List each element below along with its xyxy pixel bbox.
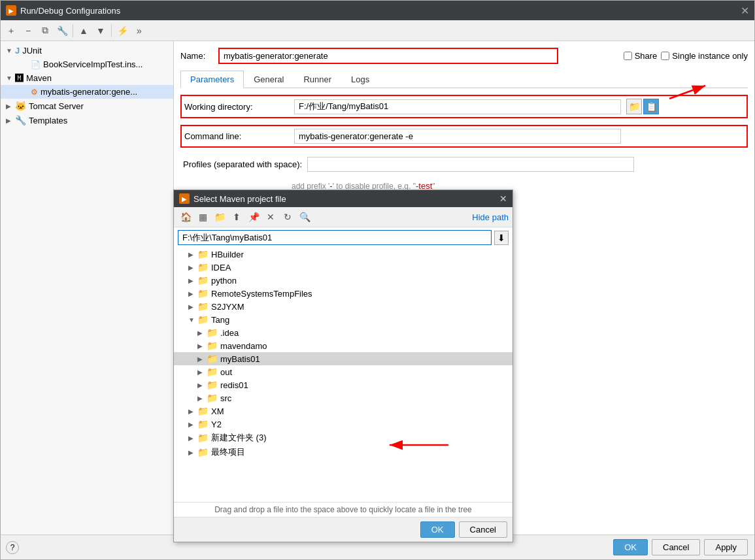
tree-arrow-dotidea: ▶ xyxy=(197,329,207,337)
single-instance-checkbox-label[interactable]: Single instance only xyxy=(661,51,748,61)
tree-item-idea[interactable]: ▶ 📁 IDEA xyxy=(174,261,512,274)
tree-item-out[interactable]: ▶ 📁 out xyxy=(174,365,512,378)
expand-arrow-tomcat: ▶ xyxy=(6,103,14,110)
tab-logs[interactable]: Logs xyxy=(341,71,379,88)
name-label: Name: xyxy=(180,51,213,61)
tree-item-tang[interactable]: ▼ 📁 Tang xyxy=(174,313,512,326)
sidebar-label-bookservice: BookServiceImplTest.ins... xyxy=(43,59,143,69)
tree-arrow-remote: ▶ xyxy=(188,290,197,297)
share-label: Share xyxy=(635,51,658,61)
search-button[interactable]: 🔍 xyxy=(297,210,312,224)
dialog-buttons: OK Cancel xyxy=(174,517,512,542)
tree-label-dotidea: .idea xyxy=(220,328,239,338)
title-bar-left: ▶ Run/Debug Configurations xyxy=(6,5,120,16)
sidebar-label-tomcat: Tomcat Server xyxy=(29,101,84,111)
expand-arrow-templates: ▶ xyxy=(6,117,14,124)
select-maven-dialog: ▶ Select Maven project file ✕ 🏠 ▦ 📁 ⬆ 📌 … xyxy=(173,189,513,542)
sidebar-item-mybatis[interactable]: ⚙ mybatis-generator:gene... xyxy=(1,85,173,99)
tree-label-s2jyxm: S2JYXM xyxy=(211,302,244,312)
working-directory-input[interactable] xyxy=(294,99,621,114)
hide-path-button[interactable]: Hide path xyxy=(472,212,509,222)
ok-button[interactable]: OK xyxy=(613,539,648,555)
tree-arrow-tang: ▼ xyxy=(188,316,197,323)
dialog-cancel-button[interactable]: Cancel xyxy=(459,521,507,538)
cancel-button[interactable]: Cancel xyxy=(652,539,700,555)
more-button[interactable]: » xyxy=(131,23,147,39)
tree-label-hbuilder: HBuilder xyxy=(211,250,244,259)
command-line-input[interactable] xyxy=(294,129,621,144)
tree-item-newfolder[interactable]: ▶ 📁 新建文件夹 (3) xyxy=(174,431,512,445)
list-view-button[interactable]: ▦ xyxy=(195,210,210,224)
tree-item-mybatis01[interactable]: ▶ 📁 myBatis01 xyxy=(174,352,512,365)
name-input[interactable] xyxy=(218,48,558,64)
tree-label-src: src xyxy=(220,393,231,403)
profiles-row: Profiles (separated with space): xyxy=(180,154,748,174)
pin-button[interactable]: 📌 xyxy=(246,210,261,224)
tree-arrow-idea: ▶ xyxy=(188,264,197,271)
delete-button[interactable]: ✕ xyxy=(263,210,278,224)
dialog-tree[interactable]: ▶ 📁 HBuilder ▶ 📁 IDEA ▶ 📁 python ▶ 📁 Rem… xyxy=(174,248,512,502)
tree-label-y2: Y2 xyxy=(211,420,222,429)
refresh-button[interactable]: ↻ xyxy=(280,210,295,224)
folder-icon-idea: 📁 xyxy=(197,262,209,272)
new-folder-button[interactable]: 📁 xyxy=(212,210,227,224)
profiles-input[interactable] xyxy=(307,157,634,172)
tree-label-remote: RemoteSystemsTempFiles xyxy=(211,289,312,299)
folder-icon-dotidea: 📁 xyxy=(207,327,218,338)
tree-item-mavendamo[interactable]: ▶ 📁 mavendamo xyxy=(174,339,512,352)
remove-button[interactable]: − xyxy=(20,23,36,39)
sort-button[interactable]: ⚡ xyxy=(114,23,130,39)
folder-icon-s2jyxm: 📁 xyxy=(197,301,209,312)
move-down-button[interactable]: ▼ xyxy=(93,23,109,39)
folder-icon-tang: 📁 xyxy=(197,314,209,325)
tree-arrow-mybatis01: ▶ xyxy=(197,355,207,363)
sidebar-item-tomcat[interactable]: ▶ 🐱 Tomcat Server xyxy=(1,99,173,113)
tree-label-out: out xyxy=(220,367,232,377)
sidebar-item-junit[interactable]: ▼ J JUnit xyxy=(1,44,173,58)
settings-button[interactable]: 🔧 xyxy=(54,23,70,39)
share-checkbox[interactable] xyxy=(624,52,632,60)
tree-item-dotidea[interactable]: ▶ 📁 .idea xyxy=(174,326,512,339)
tree-item-hbuilder[interactable]: ▶ 📁 HBuilder xyxy=(174,248,512,261)
dialog-path-input[interactable] xyxy=(178,230,492,245)
browse-folder-btn[interactable]: 📁 xyxy=(626,99,642,114)
single-instance-checkbox[interactable] xyxy=(661,52,669,60)
move-up-button[interactable]: ▲ xyxy=(76,23,92,39)
add-button[interactable]: + xyxy=(3,23,19,39)
tree-item-y2[interactable]: ▶ 📁 Y2 xyxy=(174,418,512,431)
tree-item-remote[interactable]: ▶ 📁 RemoteSystemsTempFiles xyxy=(174,287,512,300)
tab-runner[interactable]: Runner xyxy=(294,71,341,88)
apply-button[interactable]: Apply xyxy=(704,539,748,555)
sidebar-item-bookservice[interactable]: 📄 BookServiceImplTest.ins... xyxy=(1,58,173,71)
window-title: Run/Debug Configurations xyxy=(20,6,120,16)
separator xyxy=(73,24,73,37)
tab-parameters[interactable]: Parameters xyxy=(180,71,244,88)
sidebar-item-templates[interactable]: ▶ 🔧 Templates xyxy=(1,113,173,127)
home-button[interactable]: 🏠 xyxy=(178,210,193,224)
sidebar-label-junit: JUnit xyxy=(22,46,42,56)
variable-btn[interactable]: 📋 xyxy=(643,99,659,114)
title-bar: ▶ Run/Debug Configurations ✕ xyxy=(1,1,754,20)
dialog-ok-button[interactable]: OK xyxy=(420,521,455,538)
tab-general[interactable]: General xyxy=(244,71,294,88)
tree-item-s2jyxm[interactable]: ▶ 📁 S2JYXM xyxy=(174,300,512,313)
close-icon[interactable]: ✕ xyxy=(741,5,749,17)
dialog-app-icon: ▶ xyxy=(179,193,190,204)
tree-label-idea: IDEA xyxy=(211,263,231,272)
working-directory-label: Working directory: xyxy=(184,102,289,112)
tree-item-redis01[interactable]: ▶ 📁 redis01 xyxy=(174,378,512,391)
dialog-title-text: Select Maven project file xyxy=(193,194,286,204)
help-icon[interactable]: ? xyxy=(6,541,19,554)
share-checkbox-label[interactable]: Share xyxy=(624,51,658,61)
config-icon: ⚙ xyxy=(31,88,38,97)
tomcat-icon: 🐱 xyxy=(15,101,26,111)
tree-item-xm[interactable]: ▶ 📁 XM xyxy=(174,404,512,418)
up-folder-button[interactable]: ⬆ xyxy=(229,210,244,224)
copy-button[interactable]: ⧉ xyxy=(37,23,53,39)
tree-item-src[interactable]: ▶ 📁 src xyxy=(174,391,512,404)
tree-item-python[interactable]: ▶ 📁 python xyxy=(174,274,512,287)
sidebar-item-maven[interactable]: ▼ 🅼 Maven xyxy=(1,71,173,85)
tree-item-finalproject[interactable]: ▶ 📁 最终项目 xyxy=(174,445,512,459)
download-button[interactable]: ⬇ xyxy=(494,231,509,245)
dialog-close-button[interactable]: ✕ xyxy=(499,193,507,204)
